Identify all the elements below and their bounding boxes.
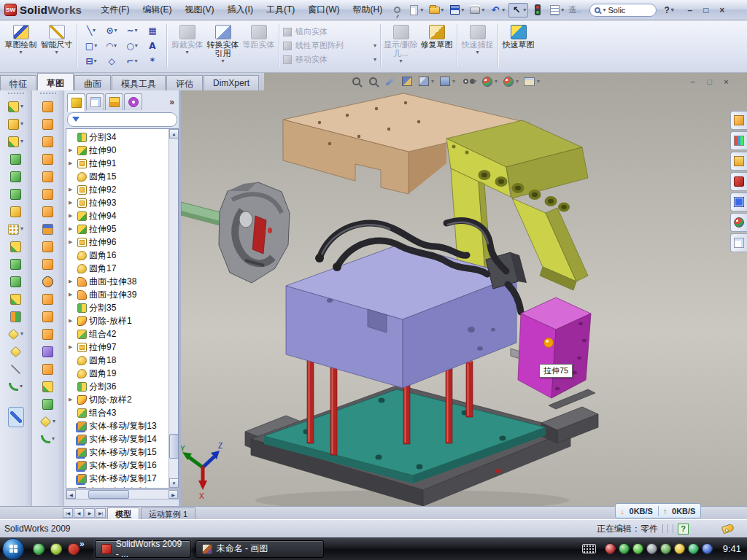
- tree-item[interactable]: ▶ 拉伸93: [66, 196, 169, 209]
- parting-line-icon[interactable]: ▾: [41, 115, 55, 133]
- options-icon[interactable]: ▾: [547, 4, 565, 17]
- sketch-button[interactable]: 草图绘制▾: [3, 22, 39, 69]
- convert-entities-button[interactable]: 转换实体引用▾: [205, 22, 241, 69]
- status-help-icon[interactable]: ?: [678, 524, 689, 534]
- circle-icon[interactable]: ⊙▾: [101, 23, 122, 38]
- security-center-icon[interactable]: [605, 543, 616, 554]
- command-tab[interactable]: DimXpert: [204, 75, 259, 90]
- tree-item[interactable]: ▶ 实体-移动/复制18: [66, 485, 169, 488]
- print-icon[interactable]: ▾: [468, 4, 486, 17]
- hide-show-items-icon[interactable]: ▾: [460, 75, 476, 88]
- doc-close-button[interactable]: ×: [721, 77, 732, 86]
- linear-sketch-pattern-button[interactable]: 线性草图阵列▾: [282, 39, 378, 52]
- command-tab[interactable]: 评估: [166, 75, 203, 90]
- expand-arrow-icon[interactable]: ▶: [69, 239, 75, 245]
- tree-item[interactable]: ▶ 曲面-拉伸39: [66, 288, 169, 301]
- input-language-icon[interactable]: [582, 544, 596, 553]
- scroll-up-icon[interactable]: ▲: [169, 129, 179, 139]
- tree-item[interactable]: ▶ 曲面-拉伸38: [66, 275, 169, 288]
- select-icon[interactable]: ↖ ▾: [508, 3, 528, 18]
- search-input[interactable]: Solic: [608, 6, 625, 15]
- planar-surface-icon[interactable]: ▾: [41, 98, 55, 115]
- section-view-icon[interactable]: ▾: [400, 75, 413, 88]
- draft-icon[interactable]: ▾: [9, 255, 23, 273]
- model-canvas[interactable]: Y Z X: [181, 73, 747, 506]
- pattern-box-icon[interactable]: ▦▾: [142, 23, 163, 38]
- quick-launch-overflow[interactable]: »: [80, 539, 85, 549]
- scroll-down-icon[interactable]: ▼: [169, 478, 179, 488]
- mold-fillet-icon[interactable]: ▾: [41, 378, 55, 395]
- rebuild-icon[interactable]: ▾: [530, 4, 545, 17]
- doc-restore-button[interactable]: □: [704, 77, 715, 86]
- expand-arrow-icon[interactable]: ▶: [69, 318, 75, 324]
- update-icon[interactable]: [632, 543, 643, 554]
- restore-button[interactable]: □: [700, 5, 712, 15]
- plane-icon[interactable]: ▾: [9, 343, 23, 360]
- offset-entities-button[interactable]: 等距实体: [241, 22, 276, 69]
- command-tab[interactable]: 模具工具: [112, 75, 166, 90]
- tree-item[interactable]: ▶ 拉伸95: [66, 222, 169, 236]
- spline-icon[interactable]: ~▾: [122, 23, 142, 38]
- new-document-icon[interactable]: ▾: [406, 4, 425, 17]
- doc-minimize-button[interactable]: –: [687, 77, 698, 86]
- measure-icon[interactable]: ▾: [8, 407, 24, 427]
- search-box[interactable]: ▾ Solic: [589, 4, 657, 17]
- help-button[interactable]: ?▾: [664, 5, 673, 15]
- open-icon[interactable]: ▾: [427, 4, 445, 17]
- polygon-icon[interactable]: ◇▾: [101, 53, 122, 69]
- task-pane-tab[interactable]: [730, 213, 747, 232]
- expand-arrow-icon[interactable]: ▶: [69, 344, 75, 350]
- scroll-thumb[interactable]: [169, 434, 179, 459]
- fillet-icon[interactable]: ▾: [7, 133, 25, 150]
- tree-horizontal-scrollbar[interactable]: ◀ ▶: [66, 489, 179, 499]
- save-icon[interactable]: ▾: [447, 4, 465, 17]
- study-tab[interactable]: 运动算例 1: [141, 508, 196, 519]
- task-pane-tab[interactable]: [730, 131, 747, 150]
- expand-arrow-icon[interactable]: ▶: [69, 200, 75, 206]
- shutoff-surface-icon[interactable]: ▾: [41, 133, 55, 150]
- move-entities-button[interactable]: 移动实体▾: [282, 53, 378, 66]
- core-icon[interactable]: ▾: [41, 220, 55, 238]
- menu-item[interactable]: 窗口(W): [308, 4, 339, 16]
- minimize-button[interactable]: –: [684, 5, 696, 15]
- view-orientation-icon[interactable]: ▾: [417, 75, 434, 88]
- propertymanager-tab[interactable]: [86, 93, 104, 110]
- task-paint[interactable]: 未命名 - 画图: [196, 540, 324, 558]
- panel-splitter[interactable]: [179, 90, 181, 506]
- start-button[interactable]: [2, 538, 24, 560]
- tree-item[interactable]: ▶ 实体-移动/复制17: [66, 472, 169, 485]
- extruded-cut-icon[interactable]: ▾: [7, 115, 25, 133]
- dome-icon[interactable]: ▾: [41, 395, 55, 413]
- tree-item[interactable]: ▶ 分割34: [66, 131, 169, 144]
- search-dropdown-icon[interactable]: ▾: [603, 7, 605, 13]
- split-body-icon[interactable]: ▾: [41, 308, 55, 325]
- tree-item[interactable]: ▶ 拉伸90: [66, 144, 169, 157]
- hole-wizard-icon[interactable]: ▾: [9, 203, 23, 220]
- view-settings-icon[interactable]: ▾: [523, 75, 540, 88]
- offset-surface-icon[interactable]: ▾: [41, 238, 55, 255]
- quick-snaps-button[interactable]: 快速捕捉▾: [460, 22, 495, 69]
- menu-item[interactable]: 帮助(H): [353, 4, 383, 16]
- move-copy-body-icon[interactable]: ▾: [9, 308, 23, 325]
- menu-item[interactable]: 工具(T): [266, 4, 295, 16]
- display-style-icon[interactable]: ▾: [438, 75, 455, 88]
- tree-item[interactable]: ▶ 切除-放样2: [66, 393, 169, 406]
- tree-item[interactable]: ▶ 拉伸94: [66, 209, 169, 222]
- revolved-boss-icon[interactable]: ▾: [9, 168, 23, 185]
- scroll-right-icon[interactable]: ▶: [169, 490, 178, 499]
- tree-item[interactable]: ▶ 拉伸92: [66, 183, 169, 196]
- spline-tool-icon[interactable]: ▾: [39, 430, 56, 448]
- task-pane-tab[interactable]: [730, 152, 747, 171]
- clamp-unit[interactable]: [219, 182, 290, 283]
- ruled-surface-icon[interactable]: ▾: [41, 255, 55, 273]
- menu-item[interactable]: 视图(V): [185, 4, 214, 16]
- expand-arrow-icon[interactable]: ▶: [69, 160, 75, 166]
- linear-pattern-icon[interactable]: ▾: [7, 220, 25, 238]
- expand-arrow-icon[interactable]: ▶: [69, 147, 75, 153]
- health-icon[interactable]: [688, 543, 699, 554]
- expand-arrow-icon[interactable]: ▶: [69, 213, 75, 219]
- dimxpertmanager-tab[interactable]: [124, 93, 142, 110]
- tree-item[interactable]: ▶ 实体-移动/复制16: [66, 459, 169, 472]
- tree-item[interactable]: ▶ 实体-移动/复制14: [66, 432, 169, 446]
- task-solidworks[interactable]: SolidWorks 2009 - ...: [95, 540, 191, 558]
